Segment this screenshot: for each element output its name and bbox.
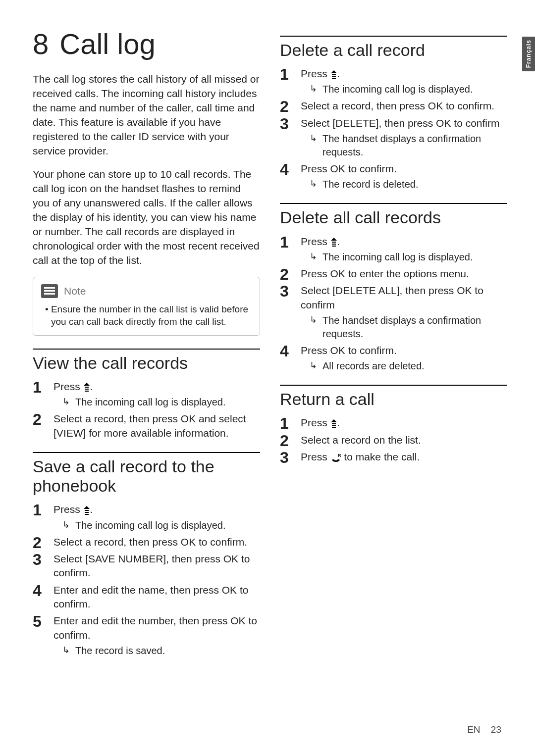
step-sub-item: The incoming call log is displayed.	[65, 519, 260, 532]
step-text: Select a record, then press OK to confir…	[301, 100, 494, 111]
step-item: Select [DELETE], then press OK to confir…	[280, 116, 507, 159]
section-title-save: Save a call record to the phonebook	[33, 457, 260, 496]
step-sub-list: The incoming call log is displayed.	[54, 519, 260, 532]
svg-rect-5	[85, 514, 89, 515]
step-text-after: to make the call.	[341, 451, 420, 462]
step-text: Press	[301, 236, 330, 247]
svg-rect-14	[332, 427, 336, 428]
steps-view: Press .The incoming call log is displaye…	[33, 380, 260, 440]
step-text-after: .	[337, 68, 340, 79]
step-sub-list: The handset displays a confirmation requ…	[301, 314, 507, 341]
section-rule	[280, 203, 507, 204]
steps-return: Press .Select a record on the list.Press…	[280, 416, 507, 464]
step-text: Select [DELETE ALL], then press OK to co…	[301, 285, 483, 310]
up-menu-icon	[83, 382, 90, 392]
footer-lang: EN	[467, 724, 480, 735]
section-rule	[280, 36, 507, 37]
step-item: Select a record on the list.	[280, 433, 507, 447]
svg-rect-8	[332, 78, 336, 79]
steps-delete-all: Press .The incoming call log is displaye…	[280, 235, 507, 373]
steps-save: Press .The incoming call log is displaye…	[33, 503, 260, 657]
footer-page-number: 23	[491, 724, 501, 735]
step-text: Select [DELETE], then press OK to confir…	[301, 117, 500, 129]
call-icon: R	[330, 453, 341, 463]
step-text: Select a record, then press OK and selec…	[54, 413, 246, 438]
page-body: 8Call log The call log stores the call h…	[0, 0, 535, 680]
section-rule	[280, 385, 507, 386]
svg-rect-6	[332, 74, 336, 75]
step-item: Press OK to enter the options menu.	[280, 267, 507, 281]
up-menu-icon	[83, 505, 90, 515]
step-text-after: .	[90, 504, 93, 515]
section-title-delete-all: Delete all call records	[280, 208, 507, 227]
up-menu-icon	[330, 419, 337, 429]
intro-paragraph-2: Your phone can store up to 10 call recor…	[33, 167, 260, 268]
step-item: Press .The incoming call log is displaye…	[33, 503, 260, 532]
step-item: Enter and edit the number, then press OK…	[33, 614, 260, 657]
note-body: • Ensure the number in the call list is …	[41, 303, 252, 328]
svg-rect-1	[85, 389, 89, 390]
up-menu-icon	[330, 70, 337, 80]
language-side-tab: Français	[522, 37, 535, 71]
step-sub-item: The handset displays a confirmation requ…	[313, 314, 507, 341]
right-column: Delete a call record Press .The incoming…	[280, 30, 507, 660]
step-sub-list: The handset displays a confirmation requ…	[301, 132, 507, 159]
step-sub-list: The record is deleted.	[301, 178, 507, 191]
step-item: Press .	[280, 416, 507, 430]
step-sub-item: All records are deleted.	[313, 359, 507, 373]
step-text-after: .	[90, 381, 93, 392]
step-sub-item: The record is deleted.	[313, 178, 507, 191]
steps-delete-one: Press .The incoming call log is displaye…	[280, 67, 507, 191]
step-sub-item: The incoming call log is displayed.	[313, 251, 507, 264]
section-title-return: Return a call	[280, 390, 507, 409]
chapter-title-text: Call log	[59, 28, 155, 60]
side-tab-label: Français	[525, 40, 532, 68]
step-text: Select a record, then press OK to confir…	[54, 536, 247, 548]
step-text: Press	[54, 504, 83, 515]
svg-rect-9	[332, 242, 336, 243]
intro-paragraph-1: The call log stores the call history of …	[33, 72, 260, 158]
step-item: Select [DELETE ALL], then press OK to co…	[280, 284, 507, 341]
svg-rect-3	[85, 510, 89, 511]
step-text: Press	[54, 381, 83, 392]
step-item: Select a record, then press OK to confir…	[33, 535, 260, 549]
step-sub-item: The incoming call log is displayed.	[313, 83, 507, 96]
left-column: 8Call log The call log stores the call h…	[33, 30, 260, 660]
note-box: Note • Ensure the number in the call lis…	[33, 277, 260, 336]
step-text: Press	[301, 451, 330, 462]
step-item: Press .The incoming call log is displaye…	[33, 380, 260, 409]
step-sub-item: The incoming call log is displayed.	[65, 396, 260, 409]
step-item: Press .The incoming call log is displaye…	[280, 235, 507, 264]
step-item: Select a record, then press OK to confir…	[280, 99, 507, 113]
svg-text:R: R	[338, 453, 341, 458]
step-sub-item: The record is saved.	[65, 644, 260, 657]
note-header: Note	[41, 284, 252, 298]
step-text: Select [SAVE NUMBER], then press OK to c…	[54, 553, 250, 578]
section-rule	[33, 349, 260, 350]
chapter-number: 8	[33, 30, 49, 58]
svg-rect-10	[332, 244, 336, 245]
note-icon	[41, 284, 58, 298]
section-title-delete-one: Delete a call record	[280, 41, 507, 60]
chapter-title: 8Call log	[33, 30, 260, 58]
step-item: Select a record, then press OK and selec…	[33, 412, 260, 440]
svg-rect-13	[332, 425, 336, 426]
step-sub-list: The record is saved.	[54, 644, 260, 657]
step-item: Press OK to confirm.All records are dele…	[280, 344, 507, 373]
svg-rect-11	[332, 246, 336, 247]
step-text: Press OK to confirm.	[301, 345, 397, 356]
step-text: Press OK to enter the options menu.	[301, 268, 469, 279]
svg-rect-4	[85, 512, 89, 513]
section-rule	[33, 452, 260, 453]
step-item: Select [SAVE NUMBER], then press OK to c…	[33, 552, 260, 580]
step-sub-list: The incoming call log is displayed.	[301, 83, 507, 96]
step-text: Select a record on the list.	[301, 434, 421, 446]
step-sub-list: All records are deleted.	[301, 359, 507, 373]
step-sub-list: The incoming call log is displayed.	[54, 396, 260, 409]
step-sub-item: The handset displays a confirmation requ…	[313, 132, 507, 159]
step-text-after: .	[337, 236, 340, 247]
step-text-after: .	[337, 417, 340, 428]
step-item: Press R to make the call.	[280, 450, 507, 464]
step-text: Press OK to confirm.	[301, 163, 397, 174]
step-text: Press	[301, 417, 330, 428]
